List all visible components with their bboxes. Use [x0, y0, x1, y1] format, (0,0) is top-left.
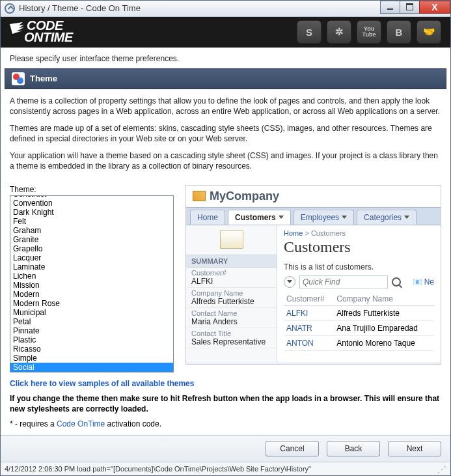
- app-icon: [5, 3, 15, 14]
- theme-item[interactable]: Granite: [10, 235, 173, 244]
- preview-main: Home > Customers Customers This is a lis…: [277, 225, 441, 362]
- preview-tab[interactable]: Employees: [294, 210, 354, 225]
- cube-icon: [193, 191, 206, 201]
- summary-field: Company NameAlfreds Futterkiste: [186, 288, 277, 308]
- theme-item[interactable]: Grapello: [10, 244, 173, 253]
- preview-tab[interactable]: Home: [190, 210, 225, 225]
- theme-column: Theme: ConstructConventionDark KnightFel…: [10, 185, 174, 372]
- table-row[interactable]: ANTONAntonio Moreno Taque: [284, 335, 434, 350]
- theme-item[interactable]: Plastic: [10, 335, 173, 344]
- window-buttons: X: [380, 3, 450, 14]
- next-button[interactable]: Next: [388, 441, 441, 456]
- theme-item[interactable]: Laminate: [10, 262, 173, 272]
- close-button[interactable]: X: [419, 1, 450, 14]
- preview-tab[interactable]: Categories: [357, 210, 417, 225]
- section-header: Theme: [5, 68, 446, 89]
- preview-search-row: 📧 Ne: [284, 275, 434, 288]
- sheet-icon: [220, 231, 243, 249]
- theme-item[interactable]: Ricasso: [10, 344, 173, 354]
- refresh-warning: If you change the theme then make sure t…: [10, 393, 441, 414]
- app-window: History / Theme - Code On Time X CODE ON…: [0, 0, 451, 476]
- wing-icon: [10, 22, 24, 34]
- theme-item[interactable]: Mission: [10, 281, 173, 290]
- table-row[interactable]: ALFKIAlfreds Futterkiste: [284, 305, 434, 320]
- samples-link[interactable]: Click here to view samples of all availa…: [10, 379, 194, 388]
- theme-item[interactable]: Municipal: [10, 308, 173, 317]
- intro-text: Please specify user interface theme pref…: [1, 48, 450, 68]
- window-title: History / Theme - Code On Time: [19, 3, 380, 13]
- back-button[interactable]: Back: [327, 441, 380, 456]
- codeontime-link[interactable]: Code OnTime: [57, 419, 105, 428]
- table-row[interactable]: ANATRAna Trujillo Emparedad: [284, 320, 434, 335]
- theme-preview: MyCompany HomeCustomersEmployeesCategori…: [185, 185, 441, 365]
- table-header[interactable]: Customer#: [284, 292, 334, 306]
- preview-subtitle: This is a list of customers.: [284, 262, 434, 272]
- theme-item[interactable]: Graham: [10, 226, 173, 235]
- resize-grip[interactable]: [437, 464, 446, 473]
- breadcrumb: Home > Customers: [284, 229, 434, 237]
- preview-table: Customer#Company Name ALFKIAlfreds Futte…: [284, 292, 434, 351]
- logo: CODE ONTIME: [10, 21, 73, 42]
- blogger-icon[interactable]: B: [387, 20, 411, 44]
- preview-sidebar: SUMMARY Customer#ALFKICompany NameAlfred…: [186, 225, 277, 362]
- theme-item[interactable]: Pinnate: [10, 326, 173, 335]
- breadcrumb-home[interactable]: Home: [284, 229, 303, 237]
- new-link[interactable]: 📧 Ne: [413, 277, 434, 287]
- theme-item[interactable]: Dark Knight: [10, 208, 173, 217]
- theme-item[interactable]: Felt: [10, 217, 173, 226]
- theme-icon: [12, 72, 25, 85]
- below-section: Click here to view samples of all availa…: [1, 372, 450, 435]
- quick-find-input[interactable]: [299, 275, 388, 288]
- theme-item[interactable]: Modern Rose: [10, 299, 173, 308]
- search-icon[interactable]: [392, 277, 401, 287]
- theme-item[interactable]: Social: [10, 363, 173, 372]
- theme-item[interactable]: Modern: [10, 290, 173, 299]
- youtube-icon[interactable]: YouTube: [357, 20, 381, 44]
- dropdown-icon[interactable]: [284, 276, 295, 288]
- sync-icon[interactable]: ✲: [327, 20, 351, 44]
- summary-header: SUMMARY: [186, 255, 277, 268]
- theme-item[interactable]: Simple: [10, 354, 173, 363]
- footer-buttons: Cancel Back Next: [1, 435, 450, 462]
- section-title: Theme: [30, 74, 57, 83]
- table-header[interactable]: Company Name: [334, 292, 434, 306]
- preview-tab[interactable]: Customers: [228, 210, 291, 225]
- status-text: 4/12/2012 2:06:30 PM load path="[Documen…: [5, 465, 311, 473]
- theme-item[interactable]: Lichen: [10, 272, 173, 281]
- theme-item[interactable]: Lacquer: [10, 253, 173, 262]
- maximize-button[interactable]: [400, 1, 419, 14]
- theme-item[interactable]: Petal: [10, 317, 173, 326]
- preview-logo: MyCompany: [186, 186, 441, 207]
- titlebar: History / Theme - Code On Time X: [1, 1, 450, 17]
- summary-field: Customer#ALFKI: [186, 268, 277, 288]
- theme-listbox[interactable]: ConstructConventionDark KnightFeltGraham…: [10, 195, 174, 372]
- activation-note: * - requires a Code OnTime activation co…: [10, 419, 441, 428]
- theme-item[interactable]: Convention: [10, 199, 173, 208]
- cancel-button[interactable]: Cancel: [266, 441, 319, 456]
- header-bar: CODE ONTIME S ✲ YouTube B 🤝: [1, 17, 450, 48]
- skype-icon[interactable]: S: [297, 20, 321, 44]
- status-bar: 4/12/2012 2:06:30 PM load path="[Documen…: [1, 462, 450, 475]
- handshake-icon[interactable]: 🤝: [417, 20, 441, 44]
- summary-field: Contact NameMaria Anders: [186, 308, 277, 328]
- preview-page-title: Customers: [284, 238, 434, 256]
- description: A theme is a collection of property sett…: [1, 89, 450, 185]
- minimize-button[interactable]: [380, 1, 400, 14]
- theme-label: Theme:: [10, 185, 174, 194]
- preview-tabs: HomeCustomersEmployeesCategories: [186, 207, 441, 225]
- summary-field: Contact TitleSales Representative: [186, 328, 277, 348]
